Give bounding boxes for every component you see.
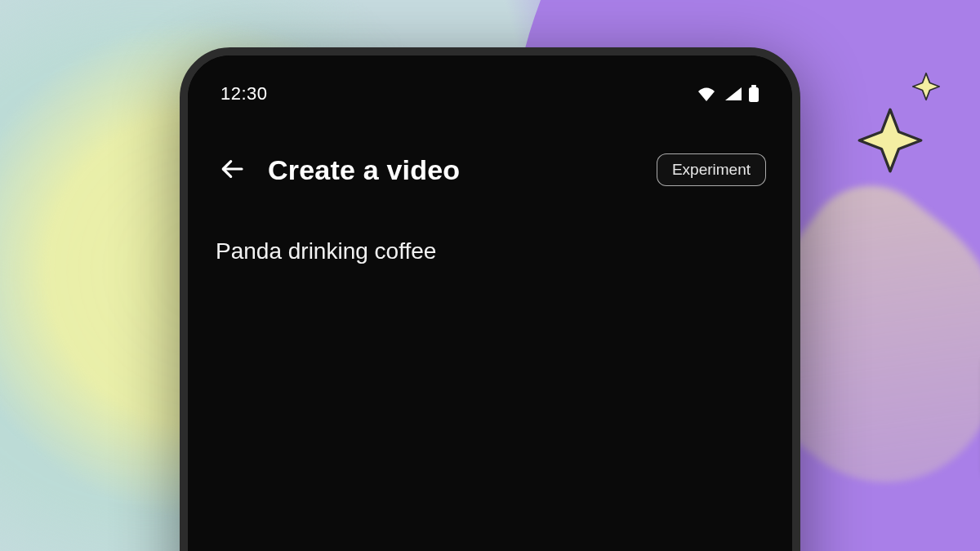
sparkle-icon (911, 72, 941, 101)
status-time: 12:30 (220, 83, 268, 104)
wifi-icon (696, 86, 717, 102)
prompt-area[interactable]: Panda drinking coffee (211, 238, 769, 264)
svg-rect-1 (749, 87, 759, 102)
promo-canvas: 12:30 (0, 0, 980, 551)
status-icons (696, 85, 760, 103)
sparkle-icon (856, 106, 924, 175)
phone-frame: 12:30 (180, 47, 800, 551)
status-bar: 12:30 (211, 75, 769, 113)
experiment-badge[interactable]: Experiment (657, 153, 766, 186)
battery-icon (748, 85, 760, 103)
arrow-left-icon (219, 156, 245, 184)
svg-rect-0 (751, 85, 756, 87)
phone-screen: 12:30 (188, 56, 792, 551)
header-row: Create a video Experiment (211, 152, 769, 188)
cellular-icon (724, 86, 742, 102)
page-title: Create a video (268, 154, 639, 186)
prompt-text: Panda drinking coffee (216, 238, 764, 264)
back-button[interactable] (214, 152, 250, 188)
